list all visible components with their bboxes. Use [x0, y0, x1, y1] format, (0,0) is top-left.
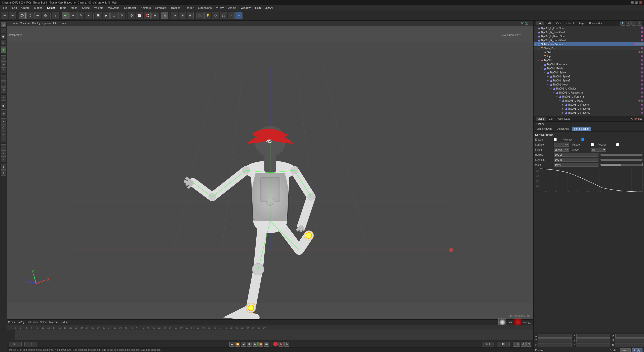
- auto-key-button[interactable]: K: [278, 342, 284, 347]
- vray-button[interactable]: V: [235, 12, 243, 19]
- prop-expand-button[interactable]: ⊞: [637, 117, 639, 120]
- bridge-tool[interactable]: ⊟: [1, 87, 6, 93]
- expand-icon[interactable]: ▼: [556, 95, 558, 98]
- object-axis-tab[interactable]: Object Axis: [555, 127, 571, 131]
- menu-vray[interactable]: V-Ray: [214, 6, 226, 10]
- expand-icon[interactable]: ▼: [538, 59, 540, 62]
- obj-top[interactable]: top: [534, 54, 644, 58]
- obj-bip001-l-forearm[interactable]: ▼ Bip001_L_Forearm: [534, 95, 644, 99]
- obj-bip001-spine1[interactable]: ▶ Bip001_Spine1: [534, 74, 644, 78]
- obj-skin[interactable]: Skin: [534, 50, 644, 54]
- material-tag[interactable]: T: [1, 164, 6, 170]
- grid-button[interactable]: ⊞: [187, 12, 194, 19]
- viewport-view-menu[interactable]: View: [13, 22, 18, 25]
- enable-checkbox[interactable]: [554, 138, 557, 141]
- magnet-tool[interactable]: ⊕: [1, 111, 6, 116]
- x-scale-input[interactable]: [576, 334, 610, 338]
- menu-animate[interactable]: Animate: [139, 6, 153, 10]
- menu-mograph[interactable]: MoGraph: [106, 6, 122, 10]
- plane-prim[interactable]: ▱: [1, 137, 6, 142]
- obj-bip001-pelvis[interactable]: ▼ Bip001_Pelvis: [534, 66, 644, 70]
- viewport-canvas[interactable]: Perspective Default Camera **: [7, 26, 533, 319]
- total-frames-input-2[interactable]: [497, 342, 510, 346]
- timeline-button[interactable]: ⏱: [128, 12, 135, 19]
- move-tool-side[interactable]: ↕: [1, 55, 6, 61]
- menu-mesh[interactable]: Mesh: [69, 6, 79, 10]
- om-settings-button[interactable]: ⚙: [637, 21, 642, 26]
- floor-button[interactable]: ⬚: [220, 12, 227, 19]
- prop-userdata-tab[interactable]: User Data: [556, 117, 572, 121]
- apply-button[interactable]: Apply: [632, 348, 642, 352]
- mode-select[interactable]: All Selection: [591, 148, 606, 152]
- tl-texture-menu[interactable]: Texture: [60, 321, 68, 324]
- settings-tool[interactable]: ⚙: [1, 170, 6, 176]
- menu-help[interactable]: Help: [253, 6, 263, 10]
- obj-bip001-l-upperarm[interactable]: ▼ Bip001_L_UpperArm: [534, 91, 644, 95]
- select-poly-tool[interactable]: ⬡: [1, 40, 6, 45]
- expand-icon[interactable]: ▼: [544, 71, 546, 74]
- om-view-tab[interactable]: View: [554, 21, 564, 25]
- play-button[interactable]: ▶: [253, 342, 258, 347]
- object-mode-button[interactable]: [19, 12, 26, 19]
- sky-button[interactable]: ○: [228, 12, 235, 19]
- prop-edit-tab[interactable]: Edit: [547, 117, 555, 121]
- rotate-tool-button[interactable]: ↻: [77, 12, 84, 19]
- live-select[interactable]: S: [1, 48, 6, 53]
- tl-create-menu[interactable]: Create: [8, 321, 16, 324]
- x-position-input[interactable]: [538, 334, 572, 338]
- current-frame-input-2[interactable]: [24, 342, 37, 346]
- undo-button[interactable]: ↩: [1, 12, 8, 19]
- prop-copy-button[interactable]: ⊡: [640, 117, 642, 120]
- expand-icon[interactable]: ▼: [538, 47, 540, 50]
- viewport-display-menu[interactable]: Display: [32, 22, 41, 25]
- trail-btn[interactable]: ⊡: [526, 342, 531, 347]
- key-all-button[interactable]: A: [284, 342, 289, 347]
- menu-extensions[interactable]: Extensions: [196, 6, 214, 10]
- curve-editor[interactable]: 0.8 0.6 0.4 0.2 0.0 0.1 0.2 0.3 0.4 0.5 …: [535, 168, 642, 193]
- z-position-input[interactable]: [538, 343, 572, 347]
- viewport-panel-menu[interactable]: Panel: [61, 22, 67, 25]
- prop-mode-tab[interactable]: Mode: [536, 117, 546, 121]
- motion-btn[interactable]: ⊕: [521, 342, 526, 347]
- render-region-button[interactable]: □: [110, 12, 117, 19]
- om-bookmarks-tab[interactable]: Bookmarks: [587, 21, 604, 25]
- preview-checkbox[interactable]: [581, 138, 584, 141]
- strength-input[interactable]: [554, 158, 598, 162]
- obj-bip001-l-hand-goal[interactable]: Bip001_L_Hand.Goal: [534, 34, 644, 38]
- obj-bip001-l-finger01[interactable]: ▶ Bip001_L_Finger01: [534, 107, 644, 111]
- obj-bip001-l-finger0[interactable]: ▶ Bip001_L_Finger0: [534, 103, 644, 107]
- render-view-button[interactable]: 🔲: [95, 12, 102, 19]
- viewport-maximize-button[interactable]: ⊞: [521, 22, 523, 25]
- obj-bip001-l-foot-goal[interactable]: Bip001_L_Foot.Goal: [534, 26, 644, 30]
- y-scale-input[interactable]: [576, 338, 610, 342]
- menu-3dsai[interactable]: 3DsAi: [263, 6, 275, 10]
- prev-frame-button[interactable]: ⏪: [235, 342, 240, 347]
- cone-prim[interactable]: △: [1, 130, 6, 136]
- null-obj-button[interactable]: ◎: [212, 12, 219, 19]
- knife-tool[interactable]: ∕: [1, 95, 6, 101]
- close-button[interactable]: ✕: [639, 1, 642, 4]
- obj-bip001-l-hand[interactable]: ▼ Bip001_L_Hand: [534, 99, 644, 103]
- next-frame-button[interactable]: ⏩: [258, 342, 263, 347]
- menu-render[interactable]: Render: [182, 6, 195, 10]
- obj-subdivision-surface[interactable]: ▼ Subdivision Surface: [534, 42, 644, 46]
- goto-start-button[interactable]: ⏮: [229, 342, 234, 347]
- goto-end-button[interactable]: ⏭: [264, 342, 269, 347]
- extrude-tool[interactable]: E: [1, 75, 6, 81]
- z-scale-input[interactable]: [576, 343, 610, 347]
- select-lasso-tool[interactable]: ⬟: [1, 34, 6, 39]
- move-tool-button[interactable]: [62, 12, 69, 19]
- total-frames-input[interactable]: [482, 342, 494, 346]
- rotate-tool-side[interactable]: ↻: [1, 67, 6, 73]
- menu-simulate[interactable]: Simulate: [153, 6, 168, 10]
- expand-icon[interactable]: ▼: [559, 99, 561, 102]
- menu-tracker[interactable]: Tracker: [169, 6, 182, 10]
- tl-material-menu[interactable]: Material: [49, 321, 58, 324]
- tl-edit-menu[interactable]: Edit: [26, 321, 31, 324]
- scale-tool-button[interactable]: ⊕: [69, 12, 76, 19]
- viewport-filter-menu[interactable]: Filter: [53, 22, 59, 25]
- om-tags-tab[interactable]: Tags: [577, 21, 586, 25]
- render-active-button[interactable]: ▶: [103, 12, 110, 19]
- p-input[interactable]: [615, 338, 644, 342]
- menu-create[interactable]: Create: [19, 6, 32, 10]
